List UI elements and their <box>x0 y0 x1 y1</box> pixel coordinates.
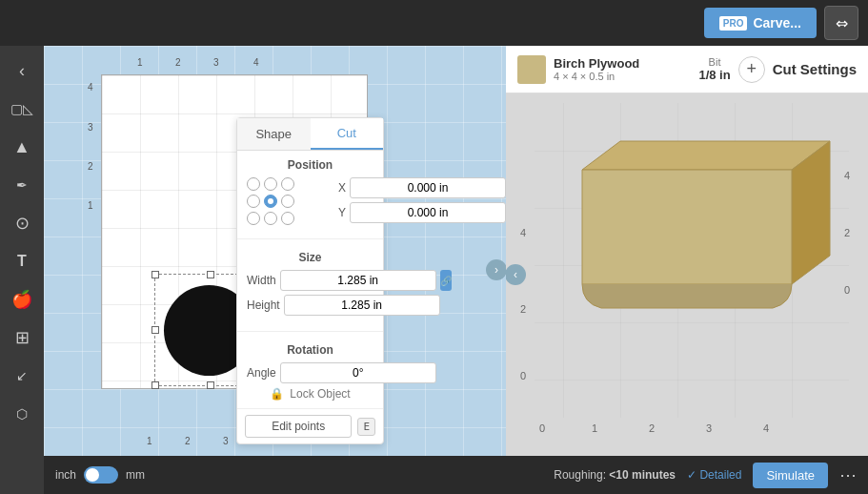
radio-bc[interactable] <box>264 212 277 225</box>
radio-bl[interactable] <box>247 212 260 225</box>
arrows-button[interactable]: ⇔ <box>824 6 858 40</box>
edit-points-bar: Edit points E <box>237 408 383 443</box>
ruler-label-2: 2 <box>175 57 181 68</box>
svg-text:4: 4 <box>763 422 769 434</box>
svg-text:2: 2 <box>844 227 850 238</box>
ruler-label-left-2: 2 <box>88 161 93 172</box>
lock-aspect-button[interactable]: 🔗 <box>440 270 452 291</box>
ruler-label-4: 4 <box>253 57 259 68</box>
target-tool-button[interactable]: ⊙ <box>5 206 39 240</box>
properties-panel: Shape Cut Position X <box>236 117 384 444</box>
radio-tr[interactable] <box>281 177 294 191</box>
width-input[interactable] <box>280 270 436 291</box>
unit-toggle-track[interactable] <box>84 466 118 484</box>
pro-carve-button[interactable]: PRO Carve... <box>704 8 817 38</box>
width-row: Width 🔗 <box>247 270 373 291</box>
radio-br[interactable] <box>281 212 294 225</box>
roughing-label: Roughing: <box>554 468 606 482</box>
width-label: Width <box>247 274 276 287</box>
collapse-toolbar-button[interactable]: ‹ <box>5 53 39 88</box>
more-icon: ⋯ <box>839 465 857 484</box>
material-header: Birch Plywood 4 × 4 × 0.5 in Bit 1/8 in … <box>506 46 868 93</box>
tab-shape[interactable]: Shape <box>237 118 311 150</box>
apple-tool-button[interactable]: 🍎 <box>5 282 39 317</box>
pen-tool-button[interactable]: ✒ <box>5 168 39 202</box>
y-position-row: Y <box>308 202 506 223</box>
text-tool-button[interactable]: T <box>5 244 39 278</box>
shape-tool-button[interactable]: ▲ <box>5 130 39 164</box>
radio-ml[interactable] <box>247 195 260 208</box>
canvas-collapse-button[interactable]: › <box>486 259 506 280</box>
apple-icon: 🍎 <box>11 289 32 310</box>
position-section: Position X Y <box>237 151 383 235</box>
target-icon: ⊙ <box>15 213 30 234</box>
handle-bottom-mid[interactable] <box>207 381 214 389</box>
material-dims: 4 × 4 × 0.5 in <box>554 71 691 82</box>
bottom-right: Roughing: <10 minutes ✓ Detailed Simulat… <box>554 463 857 488</box>
radio-mc[interactable] <box>264 195 277 208</box>
unit-toggle: inch mm <box>55 466 145 484</box>
ruler-bottom-1: 1 <box>147 436 152 446</box>
radio-tc[interactable] <box>264 177 277 191</box>
3d-tool-button[interactable]: ⬡ <box>5 397 39 431</box>
add-button[interactable]: + <box>738 56 765 83</box>
handle-top-mid[interactable] <box>207 271 214 278</box>
x-input[interactable] <box>350 177 506 198</box>
material-thumbnail <box>517 55 546 84</box>
handle-bottom-left[interactable] <box>151 381 159 389</box>
right-panel-collapse-button[interactable]: ‹ <box>506 264 526 285</box>
svg-text:0: 0 <box>539 422 545 434</box>
bit-label: Bit <box>698 56 730 68</box>
unit-inch-label: inch <box>55 468 76 482</box>
import-tool-button[interactable]: ↙ <box>5 359 39 393</box>
angle-input[interactable] <box>280 362 436 383</box>
ruler-label-left-1: 1 <box>88 200 93 211</box>
bottom-bar: inch mm Roughing: <10 minutes ✓ Detailed… <box>44 456 868 494</box>
material-name: Birch Plywood <box>554 56 691 71</box>
angle-label: Angle <box>247 366 276 380</box>
blocks-tool-button[interactable]: ⊞ <box>5 320 39 355</box>
material-info: Birch Plywood 4 × 4 × 0.5 in <box>554 56 691 82</box>
edit-points-key: E <box>357 418 375 436</box>
left-toolbar: ‹ ▢◺ ▲ ✒ ⊙ T 🍎 ⊞ ↙ ⬡ <box>0 46 44 494</box>
box-icon: ⬡ <box>16 406 28 422</box>
position-title: Position <box>247 158 373 172</box>
right-panel: Birch Plywood 4 × 4 × 0.5 in Bit 1/8 in … <box>506 46 868 494</box>
link-icon: 🔗 <box>440 276 452 286</box>
angle-row: Angle <box>247 362 373 383</box>
3d-view[interactable]: 0 1 2 3 4 0 2 4 0 2 4 ‹ <box>506 93 868 456</box>
x-label: X <box>308 181 346 195</box>
x-position-row: X <box>308 177 506 198</box>
handle-left-mid[interactable] <box>151 326 159 334</box>
lock-object-row: 🔒 Lock Object <box>247 387 373 401</box>
svg-text:0: 0 <box>844 284 850 296</box>
ruler-label-left-3: 3 <box>88 122 93 133</box>
radio-tl[interactable] <box>247 177 260 191</box>
roughing-text: Roughing: <10 minutes <box>554 468 676 482</box>
cut-settings-label: Cut Settings <box>773 61 857 77</box>
shape-icon: ▲ <box>13 137 30 157</box>
height-row: Height <box>247 295 373 316</box>
radio-mr[interactable] <box>281 195 294 208</box>
y-label: Y <box>308 206 346 219</box>
height-input[interactable] <box>284 295 440 316</box>
pen-icon: ✒ <box>16 177 28 193</box>
size-title: Size <box>247 251 373 264</box>
add-icon: + <box>746 59 757 79</box>
svg-text:4: 4 <box>844 170 850 181</box>
more-button[interactable]: ⋯ <box>839 466 857 484</box>
y-input[interactable] <box>350 202 506 223</box>
detailed-check: ✓ Detailed <box>687 468 741 482</box>
svg-text:4: 4 <box>520 227 526 238</box>
bit-size: 1/8 in <box>698 68 730 82</box>
simulate-button[interactable]: Simulate <box>753 463 828 488</box>
tab-cut[interactable]: Cut <box>311 118 384 150</box>
handle-top-left[interactable] <box>151 271 159 278</box>
position-radio-grid[interactable] <box>247 177 296 227</box>
select-icon: ▢◺ <box>10 101 33 116</box>
svg-text:2: 2 <box>520 303 526 315</box>
select-tool-button[interactable]: ▢◺ <box>5 92 39 126</box>
edit-points-button[interactable]: Edit points <box>245 415 352 438</box>
unit-mm-label: mm <box>126 468 145 482</box>
roughing-time: <10 minutes <box>609 468 676 482</box>
